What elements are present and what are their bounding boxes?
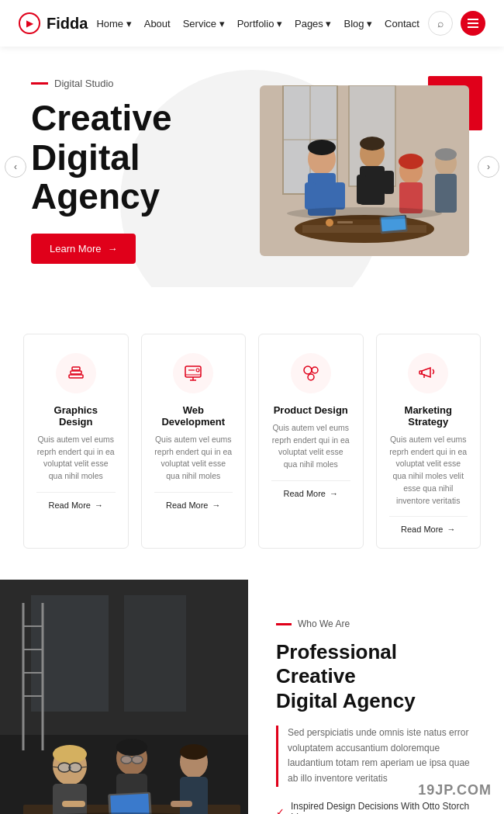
svg-point-63 — [116, 739, 147, 756]
nav-service[interactable]: Service ▾ — [183, 18, 225, 29]
service-link-1[interactable]: Read More → — [154, 492, 233, 510]
watermark: 19JP.COM — [418, 782, 492, 798]
nav-home[interactable]: Home ▾ — [96, 18, 131, 29]
hero-title-line2: Digital — [31, 137, 140, 178]
arrow-right-icon-3: → — [447, 525, 455, 534]
service-title-2: Product Design — [274, 404, 348, 416]
nav-blog[interactable]: Blog ▾ — [343, 18, 372, 29]
nav-about[interactable]: About — [144, 18, 171, 29]
about-image-svg — [0, 580, 248, 814]
hamburger-icon — [468, 19, 478, 28]
hero-title: Creative Digital Agency — [31, 99, 244, 216]
svg-rect-32 — [72, 367, 80, 370]
svg-point-29 — [287, 207, 442, 220]
search-button[interactable]: ⌕ — [428, 11, 453, 36]
navbar: Fidda Home ▾ About Service ▾ Portfolio ▾… — [0, 0, 504, 47]
svg-point-37 — [196, 369, 199, 372]
hero-image — [260, 85, 469, 256]
hero-title-line3: Agency — [31, 176, 160, 216]
hero-title-line1: Creative — [31, 98, 172, 138]
about-checklist: ✓ Inspired Design Decisions With Otto St… — [276, 801, 476, 814]
brand-name: Fidda — [47, 15, 88, 33]
svg-rect-70 — [180, 777, 208, 814]
about-title-line1: Professional Creative — [276, 640, 397, 688]
svg-rect-46 — [124, 595, 186, 712]
svg-rect-56 — [53, 784, 87, 814]
arrow-right-icon-1: → — [212, 501, 220, 510]
nav-portfolio[interactable]: Portfolio ▾ — [237, 18, 282, 29]
nav-pages[interactable]: Pages ▾ — [295, 18, 331, 29]
hero-prev-button[interactable]: ‹ — [5, 156, 26, 178]
product-icon — [291, 353, 331, 393]
hero-next-button[interactable]: › — [478, 156, 499, 178]
services-grid: Graphics Design Quis autem vel eums repr… — [23, 334, 481, 549]
hero-text: Digital Studio Creative Digital Agency L… — [31, 78, 244, 264]
svg-point-13 — [308, 140, 336, 155]
chevron-left-icon: ‹ — [14, 161, 17, 172]
nav-contact[interactable]: Contact — [385, 18, 419, 29]
svg-rect-17 — [383, 171, 394, 194]
svg-rect-31 — [71, 371, 81, 374]
hero-image-svg — [260, 85, 469, 256]
about-description: Sed perspiciatis unde omnis iste natus e… — [276, 726, 476, 787]
svg-point-41 — [308, 374, 314, 380]
svg-point-66 — [132, 756, 143, 764]
about-title: Professional Creative Digital Agency — [276, 640, 476, 713]
web-icon — [173, 353, 213, 393]
svg-rect-12 — [334, 182, 345, 210]
arrow-right-icon-2: → — [330, 489, 338, 498]
service-link-2[interactable]: Read More → — [271, 480, 350, 498]
arrow-right-icon: → — [95, 501, 103, 510]
marketing-icon — [408, 353, 448, 393]
svg-point-21 — [399, 154, 423, 169]
svg-point-58 — [69, 763, 81, 772]
arrow-icon: → — [107, 243, 117, 255]
svg-point-40 — [312, 367, 318, 373]
about-content: Who We Are Professional Creative Digital… — [248, 580, 504, 814]
svg-rect-23 — [435, 174, 457, 213]
service-desc-0: Quis autem vel eums reprh endert qui in … — [36, 434, 116, 483]
svg-point-65 — [121, 756, 132, 764]
about-check-item-0: ✓ Inspired Design Decisions With Otto St… — [276, 801, 476, 814]
about-tag: Who We Are — [276, 618, 476, 629]
svg-point-55 — [53, 745, 87, 764]
svg-rect-8 — [302, 225, 426, 233]
service-title-0: Graphics Design — [36, 404, 116, 428]
hero-tag: Digital Studio — [31, 78, 244, 89]
service-card-product: Product Design Quis autem vel eums reprh… — [258, 334, 364, 549]
svg-rect-30 — [69, 375, 83, 378]
logo-icon — [19, 12, 40, 34]
hero-learn-more-button[interactable]: Learn More → — [31, 234, 136, 264]
nav-right: ⌕ — [428, 11, 485, 36]
product-svg — [301, 363, 321, 383]
check-icon-0: ✓ — [276, 806, 285, 814]
graphics-icon — [56, 353, 96, 393]
about-image — [0, 580, 248, 814]
hero-section: ‹ › Digital Studio Creative Digital Agen… — [0, 47, 504, 287]
hamburger-button[interactable] — [461, 11, 485, 36]
service-link-0[interactable]: Read More → — [36, 492, 116, 510]
about-section: Who We Are Professional Creative Digital… — [0, 580, 504, 814]
service-card-web: Web Development Quis autem vel eums repr… — [141, 334, 247, 549]
svg-rect-74 — [171, 801, 192, 807]
svg-point-24 — [435, 148, 457, 161]
svg-rect-73 — [62, 801, 85, 807]
svg-rect-27 — [337, 221, 353, 223]
services-section: Graphics Design Quis autem vel eums repr… — [0, 287, 504, 580]
svg-point-69 — [180, 744, 208, 760]
logo[interactable]: Fidda — [19, 12, 88, 34]
service-link-3[interactable]: Read More → — [389, 516, 468, 534]
svg-point-28 — [326, 219, 333, 227]
service-desc-2: Quis autem vel eums reprh endert qui in … — [271, 422, 350, 471]
nav-links: Home ▾ About Service ▾ Portfolio ▾ Pages… — [96, 18, 419, 29]
megaphone-svg — [418, 363, 438, 383]
svg-point-18 — [360, 137, 385, 151]
service-desc-1: Quis autem vel eums reprh endert qui in … — [154, 434, 233, 483]
service-title-1: Web Development — [154, 404, 233, 428]
svg-rect-16 — [357, 175, 366, 204]
service-title-3: Marketing Strategy — [389, 404, 468, 428]
svg-rect-72 — [110, 794, 149, 814]
hero-image-wrap — [260, 85, 473, 256]
service-card-marketing: Marketing Strategy Quis autem vel eums r… — [376, 334, 482, 549]
hero-button-label: Learn More — [50, 243, 101, 255]
